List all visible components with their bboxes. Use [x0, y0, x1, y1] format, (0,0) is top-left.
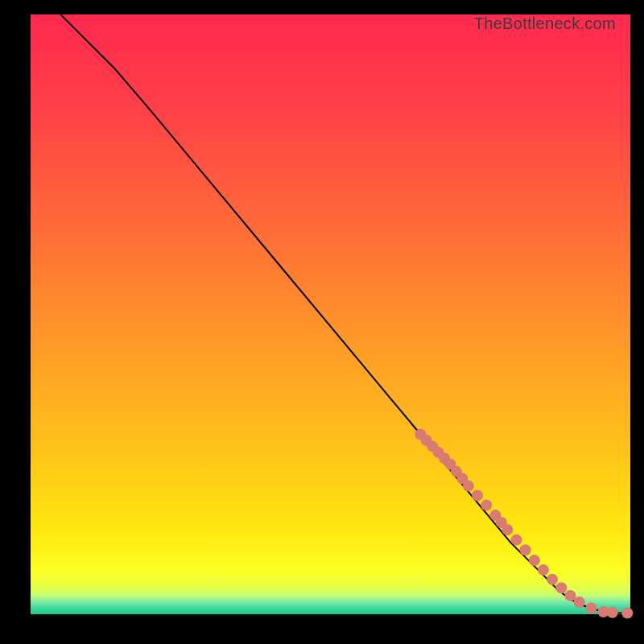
highlight-marker [481, 499, 492, 510]
highlight-marker [621, 608, 633, 619]
bottleneck-curve [60, 14, 630, 613]
highlight-marker [547, 574, 558, 585]
highlight-marker [538, 564, 549, 576]
highlight-marker [574, 597, 585, 608]
highlight-marker [607, 607, 618, 618]
highlight-marker [463, 481, 474, 492]
highlight-marker [472, 490, 483, 502]
marker-group [415, 429, 633, 619]
curve-layer [31, 14, 630, 614]
highlight-marker [555, 582, 567, 593]
chart-frame: TheBottleneck.com [0, 0, 644, 644]
plot-area: TheBottleneck.com [31, 14, 630, 614]
highlight-marker [565, 590, 576, 601]
watermark-text: TheBottleneck.com [474, 14, 616, 33]
highlight-marker [511, 535, 522, 546]
highlight-marker [502, 524, 513, 535]
highlight-marker [520, 544, 531, 555]
highlight-marker [529, 555, 540, 566]
highlight-marker [586, 603, 597, 614]
